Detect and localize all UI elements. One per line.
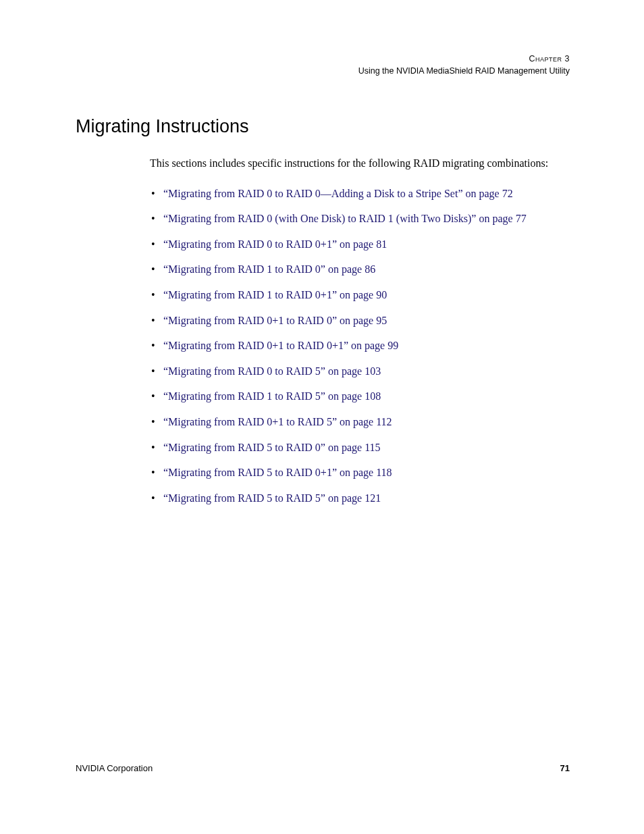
xref-link[interactable]: “Migrating from RAID 0 (with One Disk) t… (163, 213, 527, 224)
section-heading: Migrating Instructions (76, 116, 570, 137)
intro-paragraph: This sections includes specific instruct… (150, 156, 555, 171)
xref-link[interactable]: “Migrating from RAID 1 to RAID 5” on pag… (163, 390, 381, 402)
xref-list: “Migrating from RAID 0 to RAID 0—Adding … (150, 186, 555, 506)
xref-link[interactable]: “Migrating from RAID 5 to RAID 0+1” on p… (163, 467, 392, 478)
page-footer: NVIDIA Corporation 71 (76, 763, 570, 773)
list-item: “Migrating from RAID 1 to RAID 0” on pag… (150, 262, 555, 277)
running-header: Chapter 3 Using the NVIDIA MediaShield R… (76, 53, 570, 77)
xref-link[interactable]: “Migrating from RAID 1 to RAID 0+1” on p… (163, 289, 387, 301)
chapter-title: Using the NVIDIA MediaShield RAID Manage… (76, 65, 570, 77)
xref-link[interactable]: “Migrating from RAID 0 to RAID 5” on pag… (163, 365, 381, 377)
xref-link[interactable]: “Migrating from RAID 0+1 to RAID 0+1” on… (163, 340, 398, 351)
list-item: “Migrating from RAID 0 to RAID 0+1” on p… (150, 237, 555, 252)
xref-link[interactable]: “Migrating from RAID 0 to RAID 0+1” on p… (163, 238, 387, 250)
page-number: 71 (560, 763, 570, 773)
list-item: “Migrating from RAID 1 to RAID 5” on pag… (150, 389, 555, 404)
footer-company: NVIDIA Corporation (76, 763, 153, 773)
list-item: “Migrating from RAID 0 to RAID 0—Adding … (150, 186, 555, 201)
list-item: “Migrating from RAID 1 to RAID 0+1” on p… (150, 288, 555, 303)
list-item: “Migrating from RAID 0+1 to RAID 0+1” on… (150, 338, 555, 353)
list-item: “Migrating from RAID 0 (with One Disk) t… (150, 211, 555, 226)
xref-link[interactable]: “Migrating from RAID 5 to RAID 5” on pag… (163, 492, 381, 504)
chapter-number: Chapter 3 (76, 53, 570, 65)
xref-link[interactable]: “Migrating from RAID 0+1 to RAID 0” on p… (163, 315, 387, 326)
list-item: “Migrating from RAID 5 to RAID 5” on pag… (150, 491, 555, 506)
list-item: “Migrating from RAID 0 to RAID 5” on pag… (150, 364, 555, 379)
list-item: “Migrating from RAID 0+1 to RAID 5” on p… (150, 415, 555, 429)
xref-link[interactable]: “Migrating from RAID 0+1 to RAID 5” on p… (163, 416, 392, 427)
xref-link[interactable]: “Migrating from RAID 0 to RAID 0—Adding … (163, 188, 513, 199)
body-content: This sections includes specific instruct… (150, 156, 555, 505)
xref-link[interactable]: “Migrating from RAID 1 to RAID 0” on pag… (163, 263, 375, 275)
list-item: “Migrating from RAID 5 to RAID 0” on pag… (150, 440, 555, 455)
xref-link[interactable]: “Migrating from RAID 5 to RAID 0” on pag… (163, 442, 381, 453)
list-item: “Migrating from RAID 5 to RAID 0+1” on p… (150, 465, 555, 480)
document-page: Chapter 3 Using the NVIDIA MediaShield R… (0, 0, 644, 834)
list-item: “Migrating from RAID 0+1 to RAID 0” on p… (150, 313, 555, 328)
